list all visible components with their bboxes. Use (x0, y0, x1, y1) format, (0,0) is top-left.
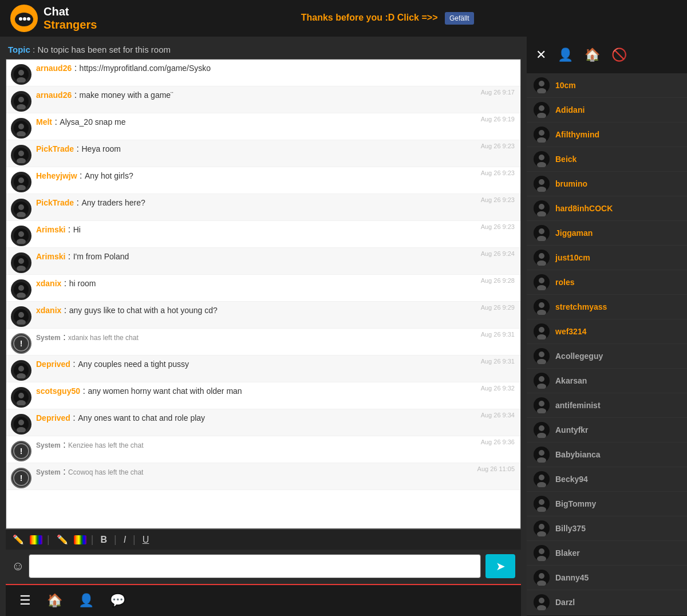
sidebar-user-name: Auntyfkr (555, 425, 589, 435)
message-username[interactable]: Deprived (36, 360, 70, 369)
sidebar-user-item[interactable]: Darzl (527, 590, 687, 615)
message-username[interactable]: Arimski (36, 252, 65, 261)
profile-button[interactable]: 👤 (78, 593, 94, 608)
message-body: Melt : Alysa_20 snap me (36, 117, 516, 127)
message-username[interactable]: xdanix (36, 279, 61, 288)
sidebar-user-item[interactable]: Auntyfkr (527, 418, 687, 443)
avatar (11, 414, 31, 435)
svg-point-52 (539, 81, 544, 86)
underline-button[interactable]: U (140, 534, 152, 546)
block-icon[interactable]: 🚫 (611, 48, 627, 62)
avatar: ! (11, 468, 31, 488)
sidebar-user-item[interactable]: just10cm (527, 246, 687, 270)
svg-point-100 (539, 475, 544, 480)
message-username[interactable]: PickTrade (36, 144, 74, 153)
message-username[interactable]: Arimski (36, 225, 65, 234)
message-text: https://myprofitland.com/game/Sysko (80, 64, 211, 73)
chat-input[interactable] (29, 554, 481, 578)
sidebar-user-item[interactable]: roles (527, 270, 687, 295)
send-button[interactable]: ➤ (485, 554, 515, 578)
sidebar-user-item[interactable]: Becky94 (527, 467, 687, 492)
menu-button[interactable]: ☰ (19, 593, 31, 608)
message-separator: : (61, 332, 68, 342)
emoji-button[interactable]: ☺ (11, 559, 24, 574)
edit2-button[interactable]: ✏️ (54, 533, 70, 546)
home-button[interactable]: 🏠 (47, 593, 62, 608)
message-username[interactable]: arnaud26 (36, 90, 72, 100)
message-username[interactable]: Deprived (36, 413, 70, 422)
sidebar-user-item[interactable]: Acollegeguy (527, 344, 687, 369)
color-icon (30, 535, 42, 544)
message-username[interactable]: System (36, 334, 61, 342)
message-separator: : (70, 359, 78, 369)
message-body: System : xdanix has left the chat (36, 332, 516, 342)
chat-button[interactable]: 💬 (110, 593, 125, 608)
sidebar: ✕ 👤 🏠 🚫 10cm Adidani Afilthymind Beick b… (527, 37, 687, 616)
sidebar-user-item[interactable]: Jiggaman (527, 221, 687, 246)
sidebar-user-avatar (534, 323, 550, 339)
sidebar-user-name: just10cm (555, 253, 590, 262)
close-icon[interactable]: ✕ (536, 48, 546, 62)
message-row: Aug 26 9:29 xdanix : any guys like to ch… (6, 302, 520, 329)
sidebar-users-list[interactable]: 10cm Adidani Afilthymind Beick brumino h… (527, 73, 687, 616)
sidebar-user-item[interactable]: hard8inhCOCK (527, 196, 687, 221)
sidebar-user-item[interactable]: Danny45 (527, 566, 687, 590)
message-username[interactable]: arnaud26 (36, 64, 72, 73)
message-username[interactable]: Heheyjwjw (36, 171, 77, 180)
message-username[interactable]: PickTrade (36, 198, 74, 207)
main-content: Topic : No topic has been set for this r… (0, 37, 687, 616)
sidebar-user-item[interactable]: antifeminist (527, 393, 687, 418)
message-separator: : (74, 198, 81, 207)
sidebar-user-item[interactable]: BigTommy (527, 492, 687, 516)
message-time: Aug 26 9:17 (481, 89, 515, 96)
message-text: Any hot girls? (85, 171, 133, 180)
sidebar-user-item[interactable]: Babybianca (527, 443, 687, 467)
sidebar-user-avatar (534, 176, 550, 192)
svg-point-28 (18, 258, 24, 264)
sidebar-user-item[interactable]: stretchmyass (527, 295, 687, 319)
message-text: Any couples need a tight pussy (78, 360, 189, 369)
topic-bar: Topic : No topic has been set for this r… (6, 42, 521, 59)
sidebar-user-item[interactable]: 10cm (527, 73, 687, 98)
message-username[interactable]: xdanix (36, 306, 61, 315)
message-username[interactable]: Melt (36, 117, 52, 127)
svg-point-39 (18, 366, 24, 372)
sidebar-user-item[interactable]: Billy375 (527, 516, 687, 541)
sidebar-user-item[interactable]: Blaker (527, 541, 687, 566)
message-body: Arimski : I'm from Poland (36, 251, 516, 262)
chat-input-area: ☺ ➤ (6, 550, 521, 584)
svg-point-67 (539, 204, 544, 210)
edit-button[interactable]: ✏️ (10, 533, 26, 546)
sidebar-user-item[interactable]: Afilthymind (527, 123, 687, 147)
home-icon[interactable]: 🏠 (585, 48, 600, 62)
message-separator: : (52, 117, 60, 127)
sidebar-user-item[interactable]: wef3214 (527, 319, 687, 344)
sidebar-user-item[interactable]: brumino (527, 172, 687, 196)
sidebar-user-avatar (534, 373, 550, 389)
sidebar-user-item[interactable]: Adidani (527, 98, 687, 123)
sidebar-user-avatar (534, 594, 550, 610)
sidebar-user-avatar (534, 77, 550, 93)
svg-point-79 (539, 302, 544, 308)
message-separator: : (77, 171, 85, 180)
bold-button[interactable]: B (98, 534, 109, 546)
avatar: ! (11, 333, 31, 354)
italic-button[interactable]: I (121, 534, 128, 546)
toolbar-divider-4: | (133, 534, 136, 546)
sidebar-user-name: Akarsan (555, 376, 587, 385)
message-separator: : (61, 467, 68, 476)
message-row: Aug 26 9:36 ! System : Kenziee has left … (6, 436, 520, 463)
sidebar-user-item[interactable]: Akarsan (527, 369, 687, 393)
sidebar-user-item[interactable]: Beick (527, 147, 687, 172)
message-body: Deprived : Any ones want to chat and rol… (36, 413, 516, 423)
message-text: xdanix has left the chat (68, 334, 139, 342)
chat-messages[interactable]: arnaud26 : https://myprofitland.com/game… (6, 59, 521, 529)
message-username[interactable]: System (36, 468, 61, 476)
message-username[interactable]: scotsguy50 (36, 386, 80, 396)
user-icon[interactable]: 👤 (558, 48, 573, 62)
like-button[interactable]: Gefällt (445, 12, 474, 25)
message-username[interactable]: System (36, 441, 61, 449)
sidebar-user-avatar (534, 397, 550, 413)
logo: Chat Strangers (9, 3, 97, 33)
svg-point-22 (18, 204, 24, 210)
